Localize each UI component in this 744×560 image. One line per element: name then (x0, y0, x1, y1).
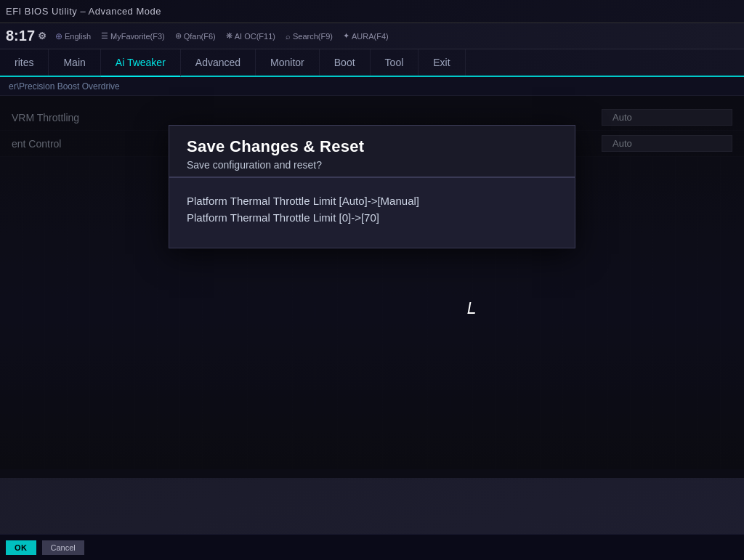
toolbar-items: ⊕ English ☰ MyFavorite(F3) ⊛ Qfan(F6) ❋ … (55, 31, 389, 41)
tab-ai-tweaker[interactable]: Ai Tweaker (101, 49, 181, 77)
tab-main[interactable]: Main (49, 49, 100, 76)
search-btn[interactable]: ⌕ Search(F9) (286, 32, 333, 41)
qfan-btn[interactable]: ⊛ Qfan(F6) (175, 31, 216, 41)
nav-tabs: rites Main Ai Tweaker Advanced Monitor B… (0, 49, 744, 77)
gear-icon: ⚙ (38, 31, 46, 41)
tab-boot[interactable]: Boot (320, 49, 371, 76)
cancel-button[interactable]: Cancel (42, 540, 84, 555)
dialog-header: Save Changes & Reset Save configuration … (169, 126, 575, 177)
time-value: 8:17 (6, 28, 35, 44)
bios-container: EFI BIOS Utility – Advanced Mode 8:17 ⚙ … (0, 0, 744, 560)
dialog-title: Save Changes & Reset (187, 137, 557, 156)
breadcrumb: er\Precision Boost Overdrive (9, 81, 120, 92)
myfavorites-btn[interactable]: ☰ MyFavorite(F3) (101, 31, 165, 41)
top-bar: EFI BIOS Utility – Advanced Mode (0, 0, 744, 23)
aioc-btn[interactable]: ❋ AI OC(F11) (226, 31, 275, 41)
qfan-icon: ⊛ (175, 31, 182, 41)
time-display: 8:17 ⚙ (6, 28, 46, 44)
search-icon: ⌕ (286, 32, 291, 41)
dialog-subtitle: Save configuration and reset? (187, 159, 557, 171)
change-item-1: Platform Thermal Throttle Limit [Auto]->… (187, 192, 557, 209)
dialog-overlay: Save Changes & Reset Save configuration … (0, 96, 744, 478)
tab-advanced[interactable]: Advanced (181, 49, 256, 76)
tab-monitor[interactable]: Monitor (256, 49, 320, 76)
tab-tool[interactable]: Tool (371, 49, 419, 76)
language-selector[interactable]: ⊕ English (55, 31, 91, 41)
aioc-icon: ❋ (226, 31, 232, 41)
myfavorites-icon: ☰ (101, 31, 108, 41)
time-bar: 8:17 ⚙ ⊕ English ☰ MyFavorite(F3) ⊛ Qfan… (0, 23, 744, 49)
bios-title: EFI BIOS Utility – Advanced Mode (6, 6, 161, 17)
aura-btn[interactable]: ✦ AURA(F4) (343, 31, 389, 41)
main-content: VRM Throttling Auto ent Control Auto Sav… (0, 96, 744, 478)
tab-favorites[interactable]: rites (0, 49, 49, 76)
save-changes-dialog: Save Changes & Reset Save configuration … (169, 125, 575, 248)
change-item-2: Platform Thermal Throttle Limit [0]->[70… (187, 209, 557, 226)
globe-icon: ⊕ (55, 31, 62, 41)
breadcrumb-bar: er\Precision Boost Overdrive (0, 77, 744, 96)
tab-exit[interactable]: Exit (418, 49, 465, 76)
bottom-bar: OK Cancel (0, 534, 744, 560)
aura-icon: ✦ (343, 31, 349, 41)
ok-button[interactable]: OK (6, 540, 36, 555)
language-label: English (65, 32, 91, 41)
dialog-body: Platform Thermal Throttle Limit [Auto]->… (169, 178, 575, 248)
